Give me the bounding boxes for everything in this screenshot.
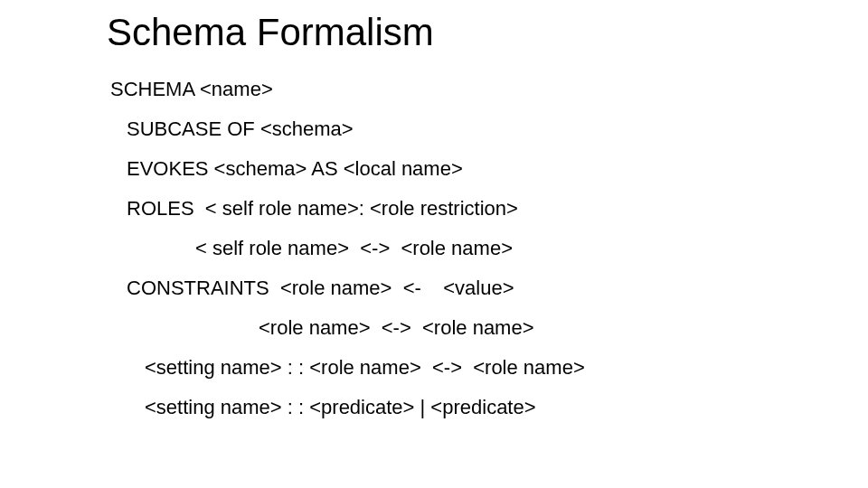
slide-content: SCHEMA <name> SUBCASE OF <schema> EVOKES… xyxy=(110,80,868,418)
slide-title: Schema Formalism xyxy=(107,11,868,54)
slide: Schema Formalism SCHEMA <name> SUBCASE O… xyxy=(0,0,868,418)
line-schema: SCHEMA <name> xyxy=(110,80,868,99)
line-setting-2: <setting name> : : <predicate> | <predic… xyxy=(110,398,868,418)
line-constraints-cont: <role name> <-> <role name> xyxy=(110,318,868,338)
line-constraints: CONSTRAINTS <role name> <- <value> xyxy=(110,278,868,298)
line-roles: ROLES < self role name>: <role restricti… xyxy=(110,199,868,219)
line-subcase: SUBCASE OF <schema> xyxy=(110,119,868,139)
line-setting-1: <setting name> : : <role name> <-> <role… xyxy=(110,358,868,378)
line-roles-cont: < self role name> <-> <role name> xyxy=(110,239,868,258)
line-evokes: EVOKES <schema> AS <local name> xyxy=(110,159,868,179)
